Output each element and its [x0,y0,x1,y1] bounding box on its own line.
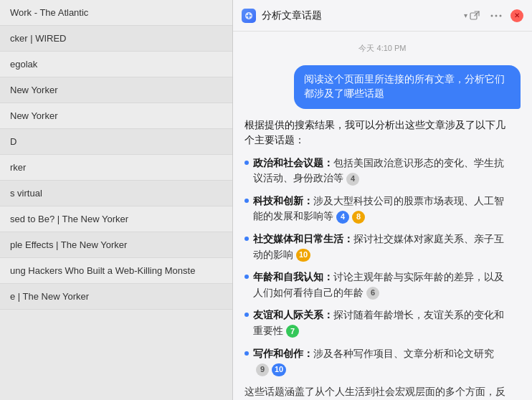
title-actions: ✕ [467,9,523,23]
list-item[interactable]: D [0,129,232,155]
topic-content: 年龄和自我认知：讨论主观年龄与实际年龄的差异，以及人们如何看待自己的年龄6 [253,270,510,300]
ai-conclusion: 这些话题涵盖了从个人生活到社会宏观层面的多个方面，反映了当代社会的多元化关注点。 [244,384,510,400]
ai-response: 根据提供的搜索结果，我可以分析出这些文章涉及了以下几个主要话题： 政治和社会议题… [244,118,510,401]
topic-item: 社交媒体和日常生活：探讨社交媒体对家庭关系、亲子互动的影响10 [244,232,510,262]
svg-point-2 [491,14,493,16]
svg-point-4 [500,14,502,16]
topic-content: 写作和创作：涉及各种写作项目、文章分析和论文研究910 [253,346,510,377]
svg-rect-1 [470,13,477,19]
topic-title: 年龄和自我认知： [253,272,333,282]
list-item[interactable]: cker | WIRED [0,26,232,52]
topic-item: 友谊和人际关系：探讨随着年龄增长，友谊关系的变化和重要性7 [244,308,510,338]
bullet-dot [244,199,249,203]
topic-content: 社交媒体和日常生活：探讨社交媒体对家庭关系、亲子互动的影响10 [253,232,510,262]
topic-title: 写作和创作： [253,348,313,359]
topic-item: 写作和创作：涉及各种写作项目、文章分析和论文研究910 [244,346,510,377]
list-item[interactable]: New Yorker [0,103,232,129]
topic-title: 友谊和人际关系： [253,310,333,320]
list-item[interactable]: sed to Be? | The New Yorker [0,206,232,232]
message-timestamp: 今天 4:10 PM [244,43,521,54]
bullet-dot [244,313,249,317]
topic-content: 科技和创新：涉及大型科技公司的股票市场表现、人工智能的发展和影响等48 [253,194,510,224]
app-title: 分析文章话题 [262,9,462,22]
left-panel: Work - The Atlanticcker | WIREDegolakNew… [0,0,233,400]
topic-item: 年龄和自我认知：讨论主观年龄与实际年龄的差异，以及人们如何看待自己的年龄6 [244,270,510,300]
badge: 6 [366,287,379,300]
title-bar: 分析文章话题 ▾ ✕ [233,0,532,32]
list-item[interactable]: ple Effects | The New Yorker [0,232,232,258]
topic-item: 科技和创新：涉及大型科技公司的股票市场表现、人工智能的发展和影响等48 [244,194,510,224]
bullet-dot [244,275,249,279]
list-item[interactable]: e | The New Yorker [0,284,232,310]
bullet-dot [244,351,249,356]
topic-title: 科技和创新： [253,196,313,206]
external-link-button[interactable] [467,9,482,23]
close-button[interactable]: ✕ [510,9,523,22]
topic-item: 政治和社会议题：包括美国政治意识形态的变化、学生抗议活动、身份政治等4 [244,156,510,186]
topics-list: 政治和社会议题：包括美国政治意识形态的变化、学生抗议活动、身份政治等4科技和创新… [244,156,510,377]
right-panel: 分析文章话题 ▾ ✕ 今天 4:10 PM 阅读这个页面里所连 [233,0,532,400]
badge: 10 [296,249,310,262]
chat-area: 今天 4:10 PM 阅读这个页面里所连接的所有文章，分析它们都涉及了哪些话题 … [233,32,532,400]
badge: 8 [352,211,365,224]
topic-content: 政治和社会议题：包括美国政治意识形态的变化、学生抗议活动、身份政治等4 [253,156,510,186]
list-item[interactable]: New Yorker [0,77,232,103]
bullet-dot [244,161,249,165]
badge: 10 [272,363,286,376]
badge: 9 [256,363,269,376]
badge: 4 [346,173,359,186]
app-icon [242,9,256,23]
list-item[interactable]: s virtual [0,181,232,206]
topic-title: 社交媒体和日常生活： [253,234,353,244]
list-item[interactable]: rker [0,155,232,181]
topic-title: 政治和社会议题： [253,158,333,168]
list-item[interactable]: egolak [0,52,232,77]
topic-content: 友谊和人际关系：探讨随着年龄增长，友谊关系的变化和重要性7 [253,308,510,338]
more-options-button[interactable] [489,9,503,23]
badge: 4 [336,211,349,224]
list-item[interactable]: ung Hackers Who Built a Web-Killing Mons… [0,258,232,284]
topic-desc: 涉及各种写作项目、文章分析和论文研究 [313,348,494,359]
badge: 7 [286,325,299,338]
svg-point-3 [495,14,498,16]
list-item[interactable]: Work - The Atlantic [0,0,232,26]
user-message: 阅读这个页面里所连接的所有文章，分析它们都涉及了哪些话题 [294,65,521,109]
ai-intro: 根据提供的搜索结果，我可以分析出这些文章涉及了以下几个主要话题： [244,118,510,148]
bullet-dot [244,237,249,241]
